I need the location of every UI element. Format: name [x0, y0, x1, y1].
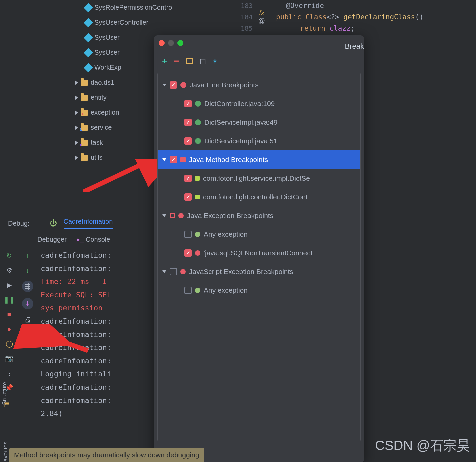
- tab-debugger[interactable]: Debugger: [37, 236, 67, 243]
- checkbox[interactable]: ✓: [184, 193, 192, 201]
- group-by-class-icon[interactable]: ◈: [213, 57, 217, 65]
- console-line: cadreInfomation:: [41, 315, 111, 328]
- gutter-override-icon[interactable]: fx @: [257, 9, 267, 25]
- rerun-icon[interactable]: ↻: [5, 251, 14, 260]
- checkbox[interactable]: ✓: [184, 175, 192, 182]
- group-by-package-icon[interactable]: [186, 58, 193, 64]
- checkbox[interactable]: ✓: [170, 156, 177, 163]
- checkbox[interactable]: ✓: [184, 100, 192, 107]
- up-icon[interactable]: ↑: [23, 251, 32, 260]
- bp-label: Any exception: [204, 230, 248, 238]
- down-icon[interactable]: ↓: [23, 266, 32, 275]
- status-bar-warning[interactable]: Method breakpoints may dramatically slow…: [9, 448, 204, 462]
- chevron-right-icon[interactable]: [75, 95, 78, 100]
- print-icon[interactable]: 🖨: [23, 315, 32, 324]
- bp-label: 'java.sql.SQLNonTransientConnect: [204, 249, 313, 257]
- checkbox[interactable]: [184, 231, 192, 238]
- bp-group-exception[interactable]: Java Exception Breakpoints: [158, 206, 360, 225]
- chevron-down-icon[interactable]: [162, 270, 166, 273]
- chevron-right-icon[interactable]: [75, 140, 78, 145]
- checkbox[interactable]: [170, 268, 177, 275]
- debug-label: Debug:: [8, 220, 30, 227]
- chevron-right-icon[interactable]: [75, 110, 78, 115]
- resume-icon[interactable]: ▶: [5, 281, 14, 289]
- class-label: SysRolePermissionContro: [94, 4, 172, 11]
- bp-label: JavaScript Exception Breakpoints: [189, 268, 293, 276]
- debug-config[interactable]: CadreInfomation: [64, 218, 113, 229]
- tree-class[interactable]: SysUserController: [0, 15, 213, 30]
- chevron-down-icon[interactable]: [162, 84, 166, 86]
- tab-console[interactable]: ▸_Console: [77, 235, 110, 243]
- chevron-down-icon[interactable]: [162, 158, 166, 161]
- console-line: cadreInfomation:: [41, 381, 111, 394]
- console-line: cadreInfomation:: [41, 262, 111, 275]
- chevron-right-icon[interactable]: [75, 155, 78, 160]
- wrap-icon[interactable]: ⇶: [22, 281, 33, 292]
- checkbox[interactable]: ✓: [184, 119, 192, 126]
- debug-toolbar-step: ↑ ↓ ⇶ ⬇ 🖨 🗑: [18, 249, 37, 462]
- debug-toolbar-left: ↻ ⚙ ▶ ❚❚ ■ ● ◯ 📷 ⋮ 📌: [0, 249, 18, 462]
- bp-label: DictController.java:109: [204, 100, 275, 108]
- class-icon: [84, 18, 93, 27]
- chevron-down-icon[interactable]: [162, 214, 166, 217]
- more-icon[interactable]: ⋮: [5, 369, 14, 377]
- pause-icon[interactable]: ❚❚: [5, 295, 14, 304]
- bp-label: Any exception: [204, 286, 248, 294]
- trash-icon[interactable]: 🗑: [23, 330, 32, 339]
- bp-item[interactable]: Any exception: [158, 281, 360, 300]
- class-icon: [84, 63, 93, 72]
- bp-item[interactable]: ✓DictServiceImpl.java:49: [158, 113, 360, 132]
- bp-group-method[interactable]: ✓Java Method Breakpoints: [158, 150, 360, 169]
- structure-tool[interactable]: Structure: [1, 382, 8, 405]
- bp-group-js-exception[interactable]: JavaScript Exception Breakpoints: [158, 262, 360, 281]
- class-icon: [84, 3, 93, 12]
- scroll-icon[interactable]: ⬇: [22, 298, 33, 309]
- breakpoints-tree[interactable]: ✓Java Line Breakpoints ✓DictController.j…: [157, 73, 361, 441]
- zoom-icon[interactable]: [177, 40, 183, 46]
- close-icon[interactable]: [159, 40, 165, 46]
- stop-icon[interactable]: ■: [5, 310, 14, 319]
- favorites-tool[interactable]: Favorites: [2, 442, 9, 462]
- view-breakpoints-icon[interactable]: ●: [5, 325, 14, 333]
- console-line: cadreInfomation:: [41, 328, 111, 341]
- bp-item[interactable]: ✓'java.sql.SQLNonTransientConnect: [158, 244, 360, 262]
- console-line: Execute SQL: SEL: [41, 288, 111, 302]
- traffic-lights: [159, 40, 183, 46]
- bp-item[interactable]: ✓com.foton.light.controller.DictCont: [158, 188, 360, 206]
- checkbox[interactable]: ✓: [184, 137, 192, 145]
- minimize-icon[interactable]: [168, 40, 174, 46]
- class-icon: [84, 48, 93, 57]
- bp-item[interactable]: Any exception: [158, 225, 360, 244]
- tree-class[interactable]: SysRolePermissionContro: [0, 0, 213, 15]
- bp-label: com.foton.light.controller.DictCont: [203, 193, 308, 201]
- exception-icon: [195, 232, 200, 237]
- chevron-right-icon[interactable]: [75, 125, 78, 130]
- bp-item[interactable]: ✓DictController.java:109: [158, 94, 360, 113]
- bp-item[interactable]: ✓DictServiceImpl.java:51: [158, 132, 360, 150]
- code-editor[interactable]: 183@Override 184fx @public Class<?> getD…: [213, 0, 476, 33]
- checkbox[interactable]: [184, 287, 192, 294]
- remove-icon[interactable]: −: [174, 55, 180, 67]
- js-exception-icon: [180, 269, 186, 274]
- exception-group-icon: [170, 213, 175, 218]
- checkbox[interactable]: ✓: [184, 249, 192, 257]
- bp-item[interactable]: ✓com.foton.light.service.impl.DictSe: [158, 169, 360, 188]
- camera-icon[interactable]: 📷: [5, 354, 14, 363]
- code-line: public Class<?> getDeclaringClass(): [273, 13, 424, 21]
- chevron-right-icon[interactable]: [75, 80, 78, 85]
- group-by-file-icon[interactable]: ▤: [200, 57, 206, 65]
- folder-icon: [81, 125, 88, 131]
- power-icon[interactable]: ⏻: [50, 219, 57, 228]
- console-line: Time: 22 ms - I: [41, 275, 111, 288]
- add-icon[interactable]: +: [162, 56, 167, 66]
- console-output[interactable]: cadreInfomation: cadreInfomation: Time: …: [37, 249, 111, 462]
- bp-group-line[interactable]: ✓Java Line Breakpoints: [158, 76, 360, 94]
- verified-breakpoint-icon: [195, 119, 201, 125]
- mute-breakpoints-icon[interactable]: ◯: [5, 339, 14, 348]
- checkbox[interactable]: ✓: [170, 81, 177, 89]
- line-number: 183: [213, 2, 257, 10]
- method-breakpoint-icon: [195, 176, 200, 181]
- svg-line-1: [83, 162, 147, 192]
- gear-icon[interactable]: ⚙: [5, 266, 14, 275]
- class-label: SysUser: [94, 49, 120, 56]
